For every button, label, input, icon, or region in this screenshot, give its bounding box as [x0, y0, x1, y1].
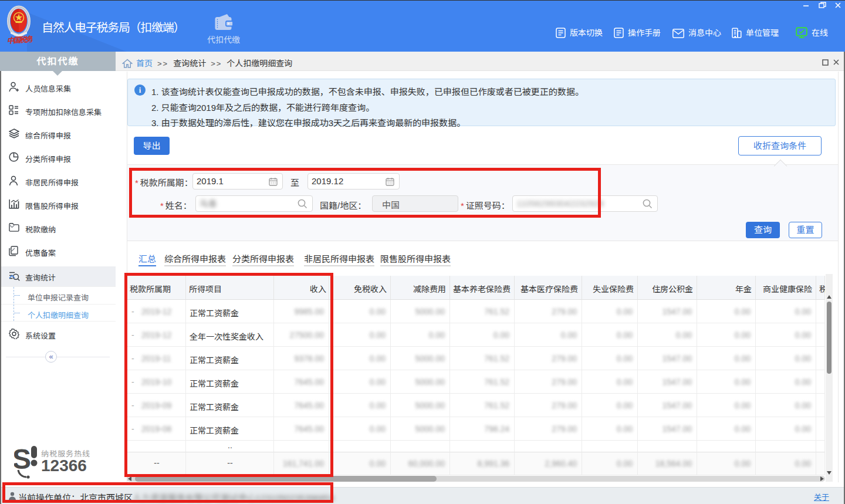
svg-text:S: S — [14, 445, 31, 475]
svg-text:中国税务: 中国税务 — [6, 35, 32, 45]
